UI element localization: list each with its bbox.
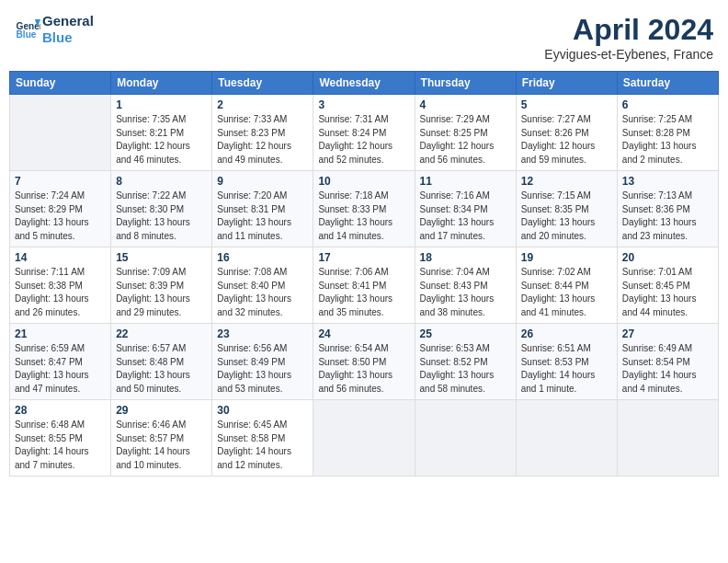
day-info: Sunrise: 7:11 AM Sunset: 8:38 PM Dayligh…: [15, 266, 106, 319]
calendar-week-row: 21Sunrise: 6:59 AM Sunset: 8:47 PM Dayli…: [10, 324, 719, 400]
calendar-cell: [415, 400, 516, 477]
day-info: Sunrise: 7:18 AM Sunset: 8:33 PM Dayligh…: [318, 190, 409, 243]
day-number: 29: [116, 404, 207, 417]
calendar-table: SundayMondayTuesdayWednesdayThursdayFrid…: [9, 71, 719, 477]
calendar-cell: 19Sunrise: 7:02 AM Sunset: 8:44 PM Dayli…: [516, 247, 617, 324]
day-number: 23: [217, 327, 308, 340]
calendar-cell: [313, 400, 415, 477]
calendar-cell: 22Sunrise: 6:57 AM Sunset: 8:48 PM Dayli…: [111, 324, 212, 400]
day-number: 8: [116, 175, 207, 188]
calendar-cell: 18Sunrise: 7:04 AM Sunset: 8:43 PM Dayli…: [415, 247, 516, 324]
day-info: Sunrise: 7:27 AM Sunset: 8:26 PM Dayligh…: [521, 113, 612, 167]
calendar-cell: 23Sunrise: 6:56 AM Sunset: 8:49 PM Dayli…: [212, 324, 313, 400]
day-number: 14: [15, 251, 106, 264]
calendar-cell: 20Sunrise: 7:01 AM Sunset: 8:45 PM Dayli…: [617, 247, 718, 324]
day-number: 6: [622, 98, 713, 111]
day-number: 9: [217, 175, 308, 188]
calendar-cell: 10Sunrise: 7:18 AM Sunset: 8:33 PM Dayli…: [313, 171, 415, 247]
day-info: Sunrise: 7:24 AM Sunset: 8:29 PM Dayligh…: [15, 190, 106, 243]
calendar-header-row: SundayMondayTuesdayWednesdayThursdayFrid…: [10, 72, 719, 95]
day-number: 16: [217, 251, 308, 264]
day-number: 2: [217, 98, 308, 111]
day-info: Sunrise: 7:25 AM Sunset: 8:28 PM Dayligh…: [622, 113, 713, 167]
day-info: Sunrise: 7:04 AM Sunset: 8:43 PM Dayligh…: [420, 266, 511, 319]
day-number: 1: [116, 98, 207, 111]
day-info: Sunrise: 6:53 AM Sunset: 8:52 PM Dayligh…: [420, 342, 511, 396]
day-info: Sunrise: 6:46 AM Sunset: 8:57 PM Dayligh…: [116, 419, 207, 472]
calendar-cell: [10, 95, 111, 171]
calendar-week-row: 1Sunrise: 7:35 AM Sunset: 8:21 PM Daylig…: [10, 95, 719, 171]
day-number: 19: [521, 251, 612, 264]
calendar-cell: 6Sunrise: 7:25 AM Sunset: 8:28 PM Daylig…: [617, 95, 718, 171]
day-number: 10: [318, 175, 409, 188]
day-number: 30: [217, 404, 308, 417]
calendar-cell: 2Sunrise: 7:33 AM Sunset: 8:23 PM Daylig…: [212, 95, 313, 171]
day-info: Sunrise: 7:22 AM Sunset: 8:30 PM Dayligh…: [116, 190, 207, 243]
calendar-cell: [617, 400, 718, 477]
calendar-cell: 17Sunrise: 7:06 AM Sunset: 8:41 PM Dayli…: [313, 247, 415, 324]
day-info: Sunrise: 7:20 AM Sunset: 8:31 PM Dayligh…: [217, 190, 308, 243]
day-info: Sunrise: 7:29 AM Sunset: 8:25 PM Dayligh…: [420, 113, 511, 167]
logo-icon: General Blue: [15, 17, 40, 42]
col-header-friday: Friday: [516, 72, 617, 95]
calendar-cell: 29Sunrise: 6:46 AM Sunset: 8:57 PM Dayli…: [111, 400, 212, 477]
calendar-cell: 5Sunrise: 7:27 AM Sunset: 8:26 PM Daylig…: [516, 95, 617, 171]
calendar-week-row: 28Sunrise: 6:48 AM Sunset: 8:55 PM Dayli…: [10, 400, 719, 477]
day-info: Sunrise: 7:16 AM Sunset: 8:34 PM Dayligh…: [420, 190, 511, 243]
col-header-thursday: Thursday: [415, 72, 516, 95]
day-info: Sunrise: 6:54 AM Sunset: 8:50 PM Dayligh…: [318, 342, 409, 396]
day-number: 22: [116, 327, 207, 340]
day-info: Sunrise: 7:06 AM Sunset: 8:41 PM Dayligh…: [318, 266, 409, 319]
day-number: 4: [420, 98, 511, 111]
col-header-tuesday: Tuesday: [212, 72, 313, 95]
calendar-week-row: 14Sunrise: 7:11 AM Sunset: 8:38 PM Dayli…: [10, 247, 719, 324]
day-info: Sunrise: 7:35 AM Sunset: 8:21 PM Dayligh…: [116, 113, 207, 167]
day-number: 18: [420, 251, 511, 264]
month-title: April 2024: [544, 13, 713, 47]
logo-line1: General: [42, 13, 94, 29]
col-header-saturday: Saturday: [617, 72, 718, 95]
day-info: Sunrise: 6:56 AM Sunset: 8:49 PM Dayligh…: [217, 342, 308, 396]
day-number: 20: [622, 251, 713, 264]
day-info: Sunrise: 7:15 AM Sunset: 8:35 PM Dayligh…: [521, 190, 612, 243]
day-number: 3: [318, 98, 409, 111]
day-number: 24: [318, 327, 409, 340]
day-info: Sunrise: 7:08 AM Sunset: 8:40 PM Dayligh…: [217, 266, 308, 319]
calendar-cell: 8Sunrise: 7:22 AM Sunset: 8:30 PM Daylig…: [111, 171, 212, 247]
calendar-cell: 28Sunrise: 6:48 AM Sunset: 8:55 PM Dayli…: [10, 400, 111, 477]
calendar-cell: 1Sunrise: 7:35 AM Sunset: 8:21 PM Daylig…: [111, 95, 212, 171]
calendar-cell: 12Sunrise: 7:15 AM Sunset: 8:35 PM Dayli…: [516, 171, 617, 247]
calendar-cell: 25Sunrise: 6:53 AM Sunset: 8:52 PM Dayli…: [415, 324, 516, 400]
day-number: 21: [15, 327, 106, 340]
day-number: 5: [521, 98, 612, 111]
calendar-cell: 3Sunrise: 7:31 AM Sunset: 8:24 PM Daylig…: [313, 95, 415, 171]
day-info: Sunrise: 6:51 AM Sunset: 8:53 PM Dayligh…: [521, 342, 612, 396]
day-number: 26: [521, 327, 612, 340]
col-header-monday: Monday: [111, 72, 212, 95]
day-number: 15: [116, 251, 207, 264]
day-number: 13: [622, 175, 713, 188]
logo-line2: Blue: [42, 29, 94, 46]
col-header-sunday: Sunday: [10, 72, 111, 95]
calendar-cell: 7Sunrise: 7:24 AM Sunset: 8:29 PM Daylig…: [10, 171, 111, 247]
day-info: Sunrise: 6:45 AM Sunset: 8:58 PM Dayligh…: [217, 419, 308, 472]
day-number: 7: [15, 175, 106, 188]
calendar-week-row: 7Sunrise: 7:24 AM Sunset: 8:29 PM Daylig…: [10, 171, 719, 247]
svg-text:Blue: Blue: [17, 29, 37, 40]
day-info: Sunrise: 7:31 AM Sunset: 8:24 PM Dayligh…: [318, 113, 409, 167]
logo: General Blue General Blue: [15, 13, 94, 46]
day-number: 28: [15, 404, 106, 417]
day-info: Sunrise: 7:33 AM Sunset: 8:23 PM Dayligh…: [217, 113, 308, 167]
calendar-cell: 24Sunrise: 6:54 AM Sunset: 8:50 PM Dayli…: [313, 324, 415, 400]
calendar-cell: [516, 400, 617, 477]
page-header: General Blue General Blue April 2024 Eyv…: [9, 9, 719, 65]
day-info: Sunrise: 6:49 AM Sunset: 8:54 PM Dayligh…: [622, 342, 713, 396]
calendar-cell: 27Sunrise: 6:49 AM Sunset: 8:54 PM Dayli…: [617, 324, 718, 400]
calendar-cell: 30Sunrise: 6:45 AM Sunset: 8:58 PM Dayli…: [212, 400, 313, 477]
day-info: Sunrise: 7:01 AM Sunset: 8:45 PM Dayligh…: [622, 266, 713, 319]
day-info: Sunrise: 7:02 AM Sunset: 8:44 PM Dayligh…: [521, 266, 612, 319]
day-number: 25: [420, 327, 511, 340]
calendar-cell: 13Sunrise: 7:13 AM Sunset: 8:36 PM Dayli…: [617, 171, 718, 247]
calendar-cell: 14Sunrise: 7:11 AM Sunset: 8:38 PM Dayli…: [10, 247, 111, 324]
day-number: 11: [420, 175, 511, 188]
